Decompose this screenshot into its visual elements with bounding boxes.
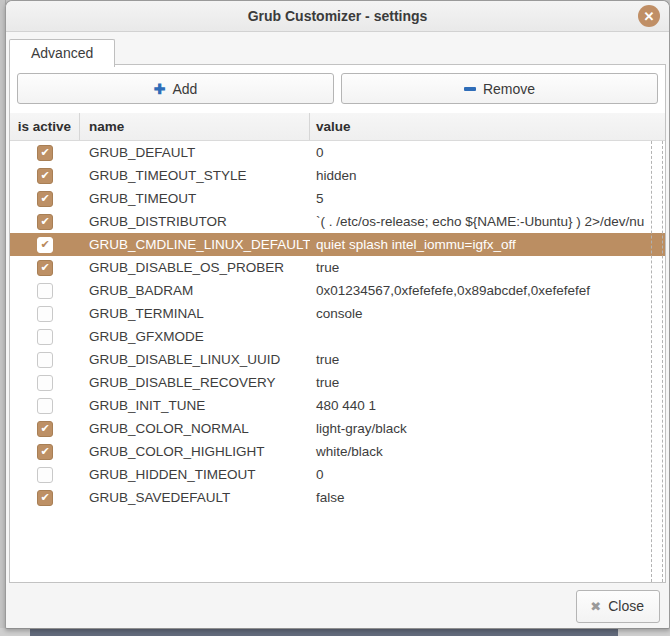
active-cell (10, 351, 80, 367)
active-checkbox[interactable] (37, 329, 53, 345)
active-checkbox[interactable] (37, 306, 53, 322)
window-close-icon[interactable]: ✕ (638, 5, 660, 27)
add-button[interactable]: ✚ Add (17, 73, 334, 104)
setting-name: GRUB_TIMEOUT (80, 191, 310, 206)
active-cell: ✔ (10, 167, 80, 183)
active-checkbox[interactable]: ✔ (37, 191, 53, 207)
setting-value: `( . /etc/os-release; echo ${NAME:-Ubunt… (310, 214, 665, 229)
setting-name: GRUB_DISABLE_RECOVERY (80, 375, 310, 390)
setting-value: console (310, 306, 665, 321)
active-cell: ✔ (10, 259, 80, 275)
setting-value: quiet splash intel_iommu=igfx_off (310, 237, 665, 252)
setting-name: GRUB_COLOR_NORMAL (80, 421, 310, 436)
setting-name: GRUB_CMDLINE_LINUX_DEFAULT (80, 237, 310, 252)
setting-name: GRUB_TIMEOUT_STYLE (80, 168, 310, 183)
table-grid-line (662, 141, 663, 582)
settings-table: is active name value ✔GRUB_DEFAULT0✔GRUB… (10, 113, 665, 582)
close-button[interactable]: ✖ Close (576, 590, 660, 623)
settings-dialog: Grub Customizer - settings ✕ Advanced ✚ … (5, 0, 670, 629)
active-checkbox[interactable]: ✔ (37, 214, 53, 230)
tab-bar: Advanced (6, 32, 669, 64)
active-cell: ✔ (10, 213, 80, 229)
close-icon: ✖ (590, 600, 601, 613)
background-window-strip (30, 628, 618, 636)
dialog-footer: ✖ Close (6, 584, 669, 628)
column-header-is-active[interactable]: is active (10, 113, 80, 140)
active-cell (10, 466, 80, 482)
notebook-frame: ✚ Add Remove is active name value ✔GRUB_… (9, 64, 666, 583)
setting-value: false (310, 490, 665, 505)
setting-name: GRUB_DISABLE_OS_PROBER (80, 260, 310, 275)
table-row[interactable]: GRUB_INIT_TUNE480 440 1 (10, 394, 665, 417)
column-header-name[interactable]: name (80, 113, 310, 140)
active-checkbox[interactable] (37, 352, 53, 368)
setting-name: GRUB_GFXMODE (80, 329, 310, 344)
active-checkbox[interactable] (37, 375, 53, 391)
setting-value: true (310, 375, 665, 390)
active-checkbox[interactable]: ✔ (37, 490, 53, 506)
active-checkbox[interactable] (37, 398, 53, 414)
close-button-label: Close (608, 598, 644, 614)
active-checkbox[interactable]: ✔ (37, 444, 53, 460)
table-row[interactable]: ✔GRUB_DISABLE_OS_PROBERtrue (10, 256, 665, 279)
table-body: ✔GRUB_DEFAULT0✔GRUB_TIMEOUT_STYLEhidden✔… (10, 141, 665, 509)
active-cell: ✔ (10, 443, 80, 459)
active-checkbox[interactable]: ✔ (37, 168, 53, 184)
window-title: Grub Customizer - settings (248, 8, 428, 24)
setting-value: light-gray/black (310, 421, 665, 436)
setting-name: GRUB_DISABLE_LINUX_UUID (80, 352, 310, 367)
table-row[interactable]: GRUB_DISABLE_LINUX_UUIDtrue (10, 348, 665, 371)
active-cell (10, 374, 80, 390)
setting-value: 480 440 1 (310, 398, 665, 413)
tab-advanced[interactable]: Advanced (9, 39, 115, 67)
plus-icon: ✚ (154, 82, 166, 96)
setting-value: 0x01234567,0xfefefefe,0x89abcdef,0xefefe… (310, 283, 665, 298)
setting-value: white/black (310, 444, 665, 459)
active-cell: ✔ (10, 489, 80, 505)
setting-value: true (310, 260, 665, 275)
setting-value: hidden (310, 168, 665, 183)
active-checkbox[interactable] (37, 467, 53, 483)
active-cell (10, 328, 80, 344)
setting-value: 0 (310, 145, 665, 160)
remove-button[interactable]: Remove (341, 73, 658, 104)
active-cell: ✔ (10, 236, 80, 252)
setting-name: GRUB_INIT_TUNE (80, 398, 310, 413)
setting-name: GRUB_TERMINAL (80, 306, 310, 321)
setting-value: 5 (310, 191, 665, 206)
table-row[interactable]: GRUB_TERMINALconsole (10, 302, 665, 325)
remove-button-label: Remove (483, 81, 535, 97)
table-row[interactable]: ✔GRUB_COLOR_NORMALlight-gray/black (10, 417, 665, 440)
active-checkbox[interactable]: ✔ (37, 260, 53, 276)
table-row[interactable]: GRUB_BADRAM0x01234567,0xfefefefe,0x89abc… (10, 279, 665, 302)
setting-name: GRUB_HIDDEN_TIMEOUT (80, 467, 310, 482)
active-checkbox[interactable]: ✔ (37, 421, 53, 437)
toolbar: ✚ Add Remove (10, 65, 665, 113)
active-cell: ✔ (10, 420, 80, 436)
setting-name: GRUB_COLOR_HIGHLIGHT (80, 444, 310, 459)
table-row[interactable]: ✔GRUB_TIMEOUT5 (10, 187, 665, 210)
setting-name: GRUB_DEFAULT (80, 145, 310, 160)
active-cell: ✔ (10, 144, 80, 160)
setting-value: 0 (310, 467, 665, 482)
table-row[interactable]: GRUB_HIDDEN_TIMEOUT0 (10, 463, 665, 486)
table-row[interactable]: ✔GRUB_DEFAULT0 (10, 141, 665, 164)
setting-value: true (310, 352, 665, 367)
active-checkbox[interactable]: ✔ (37, 145, 53, 161)
active-cell (10, 397, 80, 413)
table-row[interactable]: GRUB_DISABLE_RECOVERYtrue (10, 371, 665, 394)
active-cell: ✔ (10, 190, 80, 206)
table-grid-line (651, 141, 652, 582)
table-row[interactable]: ✔GRUB_SAVEDEFAULTfalse (10, 486, 665, 509)
table-row[interactable]: ✔GRUB_TIMEOUT_STYLEhidden (10, 164, 665, 187)
table-row[interactable]: GRUB_GFXMODE (10, 325, 665, 348)
titlebar[interactable]: Grub Customizer - settings ✕ (6, 1, 669, 32)
active-checkbox[interactable]: ✔ (37, 237, 53, 253)
table-row[interactable]: ✔GRUB_CMDLINE_LINUX_DEFAULTquiet splash … (10, 233, 665, 256)
add-button-label: Add (172, 81, 197, 97)
table-row[interactable]: ✔GRUB_DISTRIBUTOR`( . /etc/os-release; e… (10, 210, 665, 233)
table-row[interactable]: ✔GRUB_COLOR_HIGHLIGHTwhite/black (10, 440, 665, 463)
active-checkbox[interactable] (37, 283, 53, 299)
active-cell (10, 282, 80, 298)
column-header-value[interactable]: value (310, 119, 665, 134)
